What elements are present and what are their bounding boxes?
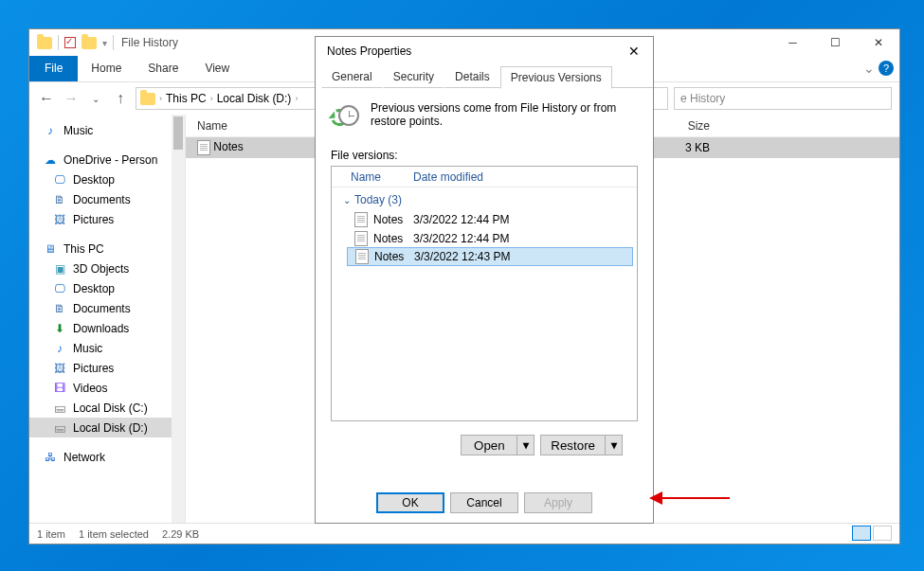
divider (113, 35, 114, 50)
ribbon-tab-file[interactable]: File (29, 56, 78, 81)
sidebar-item-downloads[interactable]: ⬇Downloads (29, 318, 185, 338)
info-text: Previous versions come from File History… (371, 101, 638, 128)
view-icons-button[interactable] (873, 526, 892, 541)
restore-dropdown-icon[interactable]: ▾ (606, 435, 623, 455)
close-icon[interactable]: ✕ (615, 37, 653, 65)
sidebar-item-desktop[interactable]: 🖵Desktop (29, 170, 185, 189)
documents-icon: 🗎 (52, 192, 67, 207)
navigation-pane: ♪Music ☁OneDrive - Person 🖵Desktop 🗎Docu… (29, 115, 186, 523)
ribbon-tab-home[interactable]: Home (78, 56, 135, 81)
version-row[interactable]: Notes3/3/2022 12:43 PM (347, 247, 633, 266)
tab-general[interactable]: General (321, 65, 383, 88)
sidebar-item-videos[interactable]: 🎞Videos (29, 378, 185, 398)
sidebar-item-3dobjects[interactable]: ▣3D Objects (29, 259, 185, 278)
file-versions-label: File versions: (331, 149, 638, 162)
selection-size: 2.29 KB (162, 528, 199, 540)
maximize-button[interactable]: ☐ (814, 29, 857, 56)
divider (58, 35, 59, 50)
folder-icon (82, 37, 97, 49)
recent-dropdown-icon[interactable]: ⌄ (86, 94, 105, 104)
folder-icon (37, 37, 52, 49)
open-button[interactable]: Open▾ (461, 435, 534, 455)
dialog-title: Notes Properties (327, 45, 411, 58)
disk-icon: 🖴 (52, 401, 67, 416)
ribbon-chevron-icon[interactable]: ⌄ (863, 61, 875, 76)
cancel-button[interactable]: Cancel (450, 492, 518, 513)
ok-button[interactable]: OK (376, 492, 444, 513)
dropdown-icon[interactable]: ▾ (102, 38, 107, 48)
fv-column-headers: Name Date modified (332, 167, 637, 187)
fv-group-today[interactable]: ⌄Today (3) (332, 187, 637, 210)
onedrive-icon: ☁ (43, 152, 58, 168)
pictures-icon: 🖼 (52, 361, 67, 376)
version-row[interactable]: Notes3/3/2022 12:44 PM (332, 210, 637, 229)
view-details-button[interactable] (852, 526, 871, 541)
sidebar-item-localdisk-c[interactable]: 🖴Local Disk (C:) (29, 398, 185, 418)
window-title: File History (121, 36, 178, 49)
file-versions-list: Name Date modified ⌄Today (3) Notes3/3/2… (331, 166, 638, 421)
ribbon-tab-share[interactable]: Share (135, 56, 191, 81)
minimize-button[interactable]: ─ (771, 29, 814, 56)
document-icon (355, 249, 369, 264)
history-clock-icon (331, 101, 359, 135)
chevron-right-icon[interactable]: › (295, 94, 298, 103)
tab-details[interactable]: Details (444, 65, 500, 88)
network-icon: 🖧 (43, 450, 58, 465)
column-header-size[interactable]: Size (645, 119, 721, 133)
sidebar-item-localdisk-d[interactable]: 🖴Local Disk (D:) (29, 418, 185, 437)
chevron-right-icon[interactable]: › (159, 94, 162, 103)
search-input[interactable]: e History (674, 87, 892, 110)
sidebar-item-onedrive[interactable]: ☁OneDrive - Person (29, 150, 185, 170)
sidebar-item-pictures[interactable]: 🖼Pictures (29, 358, 185, 378)
version-row[interactable]: Notes3/3/2022 12:44 PM (332, 229, 637, 248)
document-icon (354, 212, 368, 227)
pictures-icon: 🖼 (52, 212, 67, 227)
videos-icon: 🎞 (52, 381, 67, 396)
back-button[interactable]: ← (37, 90, 56, 107)
status-bar: 1 item 1 item selected 2.29 KB (29, 523, 899, 544)
music-icon: ♪ (43, 123, 58, 138)
music-icon: ♪ (52, 341, 67, 356)
forward-button[interactable]: → (62, 90, 81, 107)
properties-dialog: Notes Properties ✕ General Security Deta… (315, 36, 654, 524)
sidebar-item-documents[interactable]: 🗎Documents (29, 189, 185, 209)
scrollbar-thumb[interactable] (173, 116, 183, 150)
document-icon (197, 140, 210, 155)
save-check-icon[interactable] (64, 37, 76, 48)
open-dropdown-icon[interactable]: ▾ (517, 435, 534, 455)
tab-previous-versions[interactable]: Previous Versions (500, 66, 612, 89)
annotation-arrow-line (654, 497, 730, 499)
selection-count: 1 item selected (79, 528, 149, 540)
chevron-right-icon[interactable]: › (210, 94, 213, 103)
folder-icon (140, 93, 155, 105)
apply-button[interactable]: Apply (524, 492, 592, 513)
sidebar-item-documents[interactable]: 🗎Documents (29, 298, 185, 318)
sidebar-item-pictures[interactable]: 🖼Pictures (29, 209, 185, 229)
help-icon[interactable]: ? (879, 61, 894, 76)
sidebar-item-music[interactable]: ♪Music (29, 120, 185, 140)
pc-icon: 🖥 (43, 241, 58, 257)
sidebar-item-thispc[interactable]: 🖥This PC (29, 239, 185, 259)
fv-col-date[interactable]: Date modified (413, 170, 483, 184)
breadcrumb-item[interactable]: This PC (166, 92, 207, 105)
dialog-titlebar[interactable]: Notes Properties ✕ (316, 37, 653, 65)
sidebar-item-desktop[interactable]: 🖵Desktop (29, 278, 185, 298)
ribbon-tab-view[interactable]: View (191, 56, 243, 81)
restore-button[interactable]: Restore▾ (540, 435, 623, 455)
desktop-icon: 🖵 (52, 172, 67, 187)
sidebar-item-network[interactable]: 🖧Network (29, 447, 185, 467)
scrollbar[interactable] (172, 115, 185, 523)
downloads-icon: ⬇ (52, 321, 67, 336)
breadcrumb-item[interactable]: Local Disk (D:) (217, 92, 292, 105)
up-button[interactable]: ↑ (111, 90, 130, 107)
documents-icon: 🗎 (52, 301, 67, 316)
3d-icon: ▣ (52, 261, 67, 277)
tab-security[interactable]: Security (383, 65, 444, 88)
chevron-down-icon: ⌄ (343, 195, 351, 205)
document-icon (354, 231, 368, 246)
item-count: 1 item (37, 528, 65, 540)
fv-col-name[interactable]: Name (351, 170, 413, 184)
close-button[interactable]: ✕ (857, 29, 899, 56)
sidebar-item-music[interactable]: ♪Music (29, 338, 185, 358)
disk-icon: 🖴 (52, 420, 67, 436)
